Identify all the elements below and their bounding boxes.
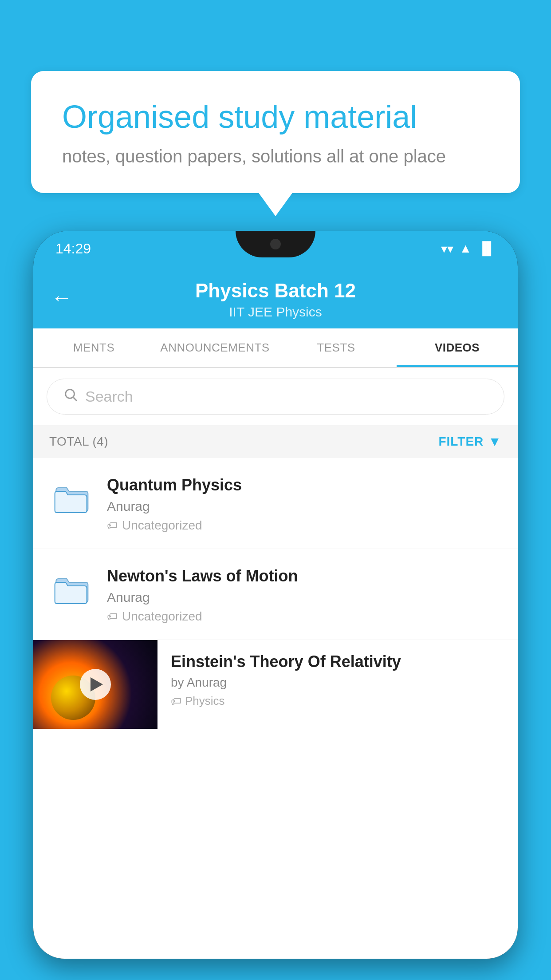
back-button[interactable]: ← xyxy=(51,285,72,310)
search-container: Search xyxy=(33,368,518,425)
speech-bubble-subtitle: notes, question papers, solutions all at… xyxy=(62,146,489,166)
tab-tests[interactable]: TESTS xyxy=(276,328,397,367)
total-label: TOTAL (4) xyxy=(49,435,108,449)
phone-wrapper: 14:29 ▾▾ ▲ ▐▌ ← Physics Batch 12 IIT JEE… xyxy=(33,231,518,980)
speech-bubble-container: Organised study material notes, question… xyxy=(31,71,520,193)
battery-icon: ▐▌ xyxy=(478,241,496,256)
search-placeholder: Search xyxy=(85,388,133,405)
filter-bar: TOTAL (4) FILTER ▼ xyxy=(33,425,518,458)
phone-outer: 14:29 ▾▾ ▲ ▐▌ ← Physics Batch 12 IIT JEE… xyxy=(33,231,518,959)
signal-icon: ▲ xyxy=(460,241,472,256)
video-author: by Anurag xyxy=(171,676,504,690)
video-list: Quantum Physics Anurag 🏷 Uncategorized xyxy=(33,458,518,729)
tag-icon: 🏷 xyxy=(107,519,118,532)
tabs-container: MENTS ANNOUNCEMENTS TESTS VIDEOS xyxy=(33,328,518,368)
phone-notch xyxy=(236,231,315,257)
wifi-icon: ▾▾ xyxy=(441,241,453,256)
folder-icon xyxy=(49,565,94,614)
speech-bubble: Organised study material notes, question… xyxy=(31,71,520,193)
play-icon xyxy=(91,677,103,692)
svg-point-0 xyxy=(66,390,75,399)
search-bar[interactable]: Search xyxy=(47,379,504,415)
tag-icon: 🏷 xyxy=(107,610,118,623)
video-tag: 🏷 Physics xyxy=(171,694,504,708)
video-info: Einstein's Theory Of Relativity by Anura… xyxy=(157,640,518,720)
app-subtitle: IIT JEE Physics xyxy=(51,304,500,320)
video-tag: 🏷 Uncategorized xyxy=(107,609,502,624)
filter-icon: ▼ xyxy=(488,434,502,449)
search-icon xyxy=(63,387,78,406)
filter-button[interactable]: FILTER ▼ xyxy=(438,434,502,449)
folder-icon xyxy=(49,474,94,523)
video-title: Einstein's Theory Of Relativity xyxy=(171,652,504,671)
video-tag: 🏷 Uncategorized xyxy=(107,518,502,533)
filter-label: FILTER xyxy=(438,435,484,449)
app-header: ← Physics Batch 12 IIT JEE Physics xyxy=(33,266,518,328)
tab-videos[interactable]: VIDEOS xyxy=(397,328,518,367)
tab-ments[interactable]: MENTS xyxy=(33,328,154,367)
camera xyxy=(270,239,281,249)
video-title: Newton's Laws of Motion xyxy=(107,567,502,585)
app-title: Physics Batch 12 xyxy=(51,280,500,302)
list-item[interactable]: Einstein's Theory Of Relativity by Anura… xyxy=(33,640,518,729)
list-item[interactable]: Quantum Physics Anurag 🏷 Uncategorized xyxy=(33,458,518,549)
video-author: Anurag xyxy=(107,499,502,514)
status-time: 14:29 xyxy=(55,241,91,257)
video-author: Anurag xyxy=(107,590,502,605)
play-button[interactable] xyxy=(80,669,111,700)
status-icons: ▾▾ ▲ ▐▌ xyxy=(441,241,496,256)
video-info: Newton's Laws of Motion Anurag 🏷 Uncateg… xyxy=(107,565,502,624)
video-title: Quantum Physics xyxy=(107,476,502,494)
tag-icon: 🏷 xyxy=(171,695,181,707)
video-info: Quantum Physics Anurag 🏷 Uncategorized xyxy=(107,474,502,533)
video-thumbnail xyxy=(33,640,157,729)
speech-bubble-title: Organised study material xyxy=(62,98,489,136)
list-item[interactable]: Newton's Laws of Motion Anurag 🏷 Uncateg… xyxy=(33,549,518,640)
phone-screen: ← Physics Batch 12 IIT JEE Physics MENTS… xyxy=(33,266,518,959)
tab-announcements[interactable]: ANNOUNCEMENTS xyxy=(154,328,276,367)
svg-line-1 xyxy=(73,397,77,401)
status-bar: 14:29 ▾▾ ▲ ▐▌ xyxy=(33,231,518,266)
